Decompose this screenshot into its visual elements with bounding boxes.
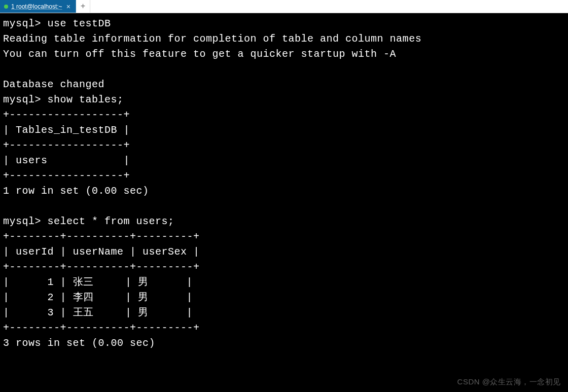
watermark-text: CSDN @众生云海，一念初见 <box>457 377 561 387</box>
tab-active[interactable]: 1 root@localhost:~ × <box>0 0 76 13</box>
tab-title: 1 root@localhost:~ <box>11 3 62 10</box>
connection-status-icon <box>4 5 8 9</box>
terminal-output[interactable]: mysql> use testDB Reading table informat… <box>0 13 568 354</box>
new-tab-button[interactable]: + <box>76 0 90 13</box>
tab-bar: 1 root@localhost:~ × + <box>0 0 568 13</box>
close-icon[interactable]: × <box>65 3 72 10</box>
